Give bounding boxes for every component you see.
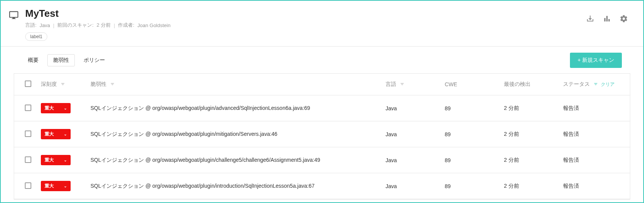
filter-icon[interactable] xyxy=(594,81,598,87)
cwe-cell: 89 xyxy=(441,95,500,121)
last-cell: 2 分前 xyxy=(500,95,559,121)
meta-scan-value: 2 分前 xyxy=(97,22,111,29)
tab-overview[interactable]: 概要 xyxy=(22,54,44,66)
severity-badge[interactable]: 重大⌄ xyxy=(41,181,71,191)
meta-author-value: Joan Goldstein xyxy=(137,23,171,28)
table-row[interactable]: 重大⌄SQLインジェクション @ org/owasp/webgoat/plugi… xyxy=(14,95,630,121)
col-status[interactable]: ステータス クリア xyxy=(559,74,630,95)
severity-text: 重大 xyxy=(45,131,54,137)
vuln-table: 深刻度 脆弱性 言語 CWE 最後の検出 ステータス xyxy=(14,74,630,199)
table-row[interactable]: 重大⌄SQLインジェクション @ org/owasp/webgoat/plugi… xyxy=(14,147,630,173)
lang-cell: Java xyxy=(382,173,441,199)
label-row: label1 xyxy=(25,32,586,41)
vuln-cell[interactable]: SQLインジェクション @ org/owasp/webgoat/plugin/a… xyxy=(87,95,382,121)
chart-icon[interactable] xyxy=(603,14,611,24)
meta-lang-label: 言語: xyxy=(25,22,37,29)
clear-filter-link[interactable]: クリア xyxy=(601,82,615,87)
row-checkbox[interactable] xyxy=(25,156,31,163)
meta-line: 言語: Java | 前回のスキャン: 2 分前 | 作成者: Joan Gol… xyxy=(25,22,586,29)
col-severity[interactable]: 深刻度 xyxy=(37,74,87,95)
cwe-cell: 89 xyxy=(441,173,500,199)
col-cwe-label: CWE xyxy=(445,81,457,87)
status-cell: 報告済 xyxy=(559,173,630,199)
cwe-cell: 89 xyxy=(441,121,500,147)
col-cwe[interactable]: CWE xyxy=(441,74,500,95)
meta-lang-value: Java xyxy=(40,23,50,28)
table-header-row: 深刻度 脆弱性 言語 CWE 最後の検出 ステータス xyxy=(14,74,630,95)
status-cell: 報告済 xyxy=(559,95,630,121)
chevron-down-icon: ⌄ xyxy=(64,184,67,188)
col-lang-label: 言語 xyxy=(386,81,396,87)
monitor-icon xyxy=(8,10,19,21)
header-main: MyTest 言語: Java | 前回のスキャン: 2 分前 | 作成者: J… xyxy=(25,8,586,41)
col-status-label: ステータス xyxy=(563,81,590,87)
status-cell: 報告済 xyxy=(559,121,630,147)
new-scan-button[interactable]: + 新規スキャン xyxy=(570,53,622,68)
table-row[interactable]: 重大⌄SQLインジェクション @ org/owasp/webgoat/plugi… xyxy=(14,173,630,199)
row-checkbox[interactable] xyxy=(25,182,31,189)
status-cell: 報告済 xyxy=(559,147,630,173)
lang-cell: Java xyxy=(382,147,441,173)
label-chip[interactable]: label1 xyxy=(25,32,47,41)
meta-author-label: 作成者: xyxy=(118,22,134,29)
lang-cell: Java xyxy=(382,121,441,147)
vuln-cell[interactable]: SQLインジェクション @ org/owasp/webgoat/plugin/c… xyxy=(87,147,382,173)
table-row[interactable]: 重大⌄SQLインジェクション @ org/owasp/webgoat/plugi… xyxy=(14,121,630,147)
col-lang[interactable]: 言語 xyxy=(382,74,441,95)
severity-text: 重大 xyxy=(45,105,54,111)
vuln-cell[interactable]: SQLインジェクション @ org/owasp/webgoat/plugin/m… xyxy=(87,121,382,147)
download-icon[interactable] xyxy=(586,14,594,24)
cwe-cell: 89 xyxy=(441,147,500,173)
filter-icon[interactable] xyxy=(110,81,115,87)
severity-badge[interactable]: 重大⌄ xyxy=(41,129,71,139)
chevron-down-icon: ⌄ xyxy=(64,158,67,162)
tab-vulnerabilities[interactable]: 脆弱性 xyxy=(47,54,75,66)
filter-icon[interactable] xyxy=(61,81,65,87)
page-title: MyTest xyxy=(25,8,586,19)
col-severity-label: 深刻度 xyxy=(41,81,57,87)
col-last[interactable]: 最後の検出 xyxy=(500,74,559,95)
vuln-cell[interactable]: SQLインジェクション @ org/owasp/webgoat/plugin/i… xyxy=(87,173,382,199)
severity-text: 重大 xyxy=(45,157,54,163)
last-cell: 2 分前 xyxy=(500,173,559,199)
select-all-checkbox[interactable] xyxy=(25,81,31,87)
last-cell: 2 分前 xyxy=(500,147,559,173)
toolbar: 概要 脆弱性 ポリシー + 新規スキャン xyxy=(1,47,643,73)
gear-icon[interactable] xyxy=(620,14,628,24)
severity-badge[interactable]: 重大⌄ xyxy=(41,103,71,113)
lang-cell: Java xyxy=(382,95,441,121)
page-header: MyTest 言語: Java | 前回のスキャン: 2 分前 | 作成者: J… xyxy=(1,1,643,46)
col-last-label: 最後の検出 xyxy=(504,81,531,87)
tabs: 概要 脆弱性 ポリシー xyxy=(22,54,111,66)
meta-sep: | xyxy=(114,23,115,28)
tab-policy[interactable]: ポリシー xyxy=(78,54,111,66)
header-actions xyxy=(586,14,628,24)
chevron-down-icon: ⌄ xyxy=(64,132,67,136)
severity-text: 重大 xyxy=(45,183,54,189)
col-vuln[interactable]: 脆弱性 xyxy=(87,74,382,95)
last-cell: 2 分前 xyxy=(500,121,559,147)
row-checkbox[interactable] xyxy=(25,105,31,111)
chevron-down-icon: ⌄ xyxy=(64,106,67,110)
meta-scan-label: 前回のスキャン: xyxy=(57,22,94,29)
vuln-table-wrap: 深刻度 脆弱性 言語 CWE 最後の検出 ステータス xyxy=(14,73,630,200)
filter-icon[interactable] xyxy=(400,81,404,87)
meta-sep: | xyxy=(53,23,54,28)
row-checkbox[interactable] xyxy=(25,130,31,137)
col-vuln-label: 脆弱性 xyxy=(90,81,107,87)
severity-badge[interactable]: 重大⌄ xyxy=(41,155,71,165)
